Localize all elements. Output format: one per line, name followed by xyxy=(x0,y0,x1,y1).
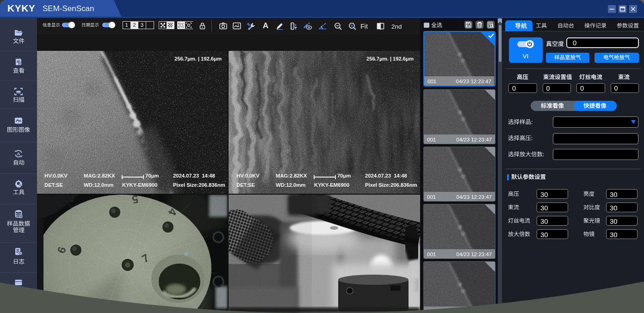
svg-text:A: A xyxy=(17,151,20,156)
